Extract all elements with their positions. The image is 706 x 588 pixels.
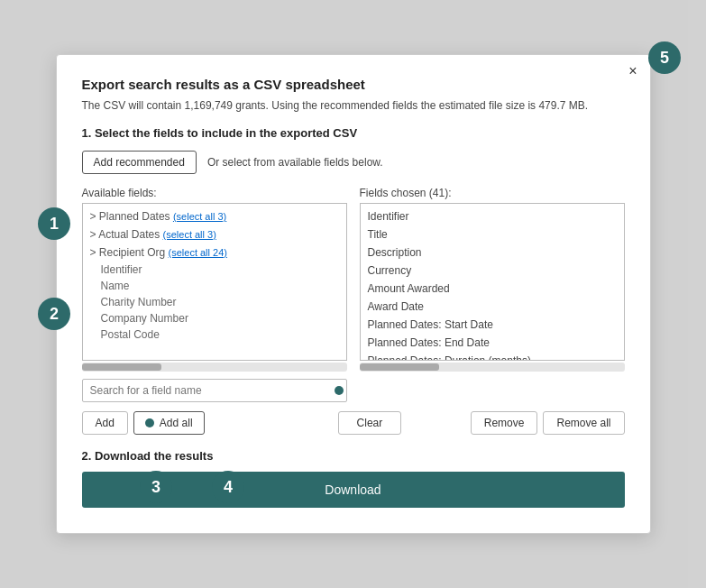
add-all-label: Add all [160,417,193,429]
step-bubble-3: 3 [140,471,172,503]
chosen-item-8[interactable]: Planned Dates: Duration (months) [361,352,624,361]
available-item-name[interactable]: Name [83,278,346,294]
available-fields-label: Available fields: [82,187,347,199]
chosen-item-3[interactable]: Currency [361,262,624,280]
available-fields-scrollbar[interactable] [82,363,347,372]
step-bubble-5: 5 [648,41,681,74]
add-all-dot [145,418,154,427]
chosen-fields-label: Fields chosen (41): [360,187,625,199]
group-recipient-org[interactable]: > Recipient Org (select all 24) [83,243,346,262]
action-row-right: Remove Remove all [471,411,625,435]
step-bubble-1: 1 [38,207,70,240]
close-button[interactable]: × [628,64,637,78]
group-planned-dates[interactable]: > Planned Dates (select all 3) [83,207,346,225]
chosen-fields-box[interactable]: Identifier Title Description Currency Am… [360,203,625,361]
available-item-postal[interactable]: Postal Code [83,326,346,343]
action-row: Add Add all Clear Remove Remove all [82,411,625,435]
chosen-item-7[interactable]: Planned Dates: End Date [361,334,624,352]
modal-title: Export search results as a CSV spreadshe… [82,77,625,92]
export-modal: × Export search results as a CSV spreads… [56,54,651,534]
section2-heading: 2. Download the results [82,449,625,463]
remove-all-button[interactable]: Remove all [543,411,624,435]
chosen-fields-scrollbar[interactable] [360,363,625,372]
step-bubble-2: 2 [38,298,70,330]
action-row-left: Add Add all [82,411,270,435]
add-button[interactable]: Add [82,411,128,435]
chosen-item-4[interactable]: Amount Awarded [361,280,624,298]
select-all-actual[interactable]: (select all 3) [163,229,216,240]
step-bubble-4: 4 [212,471,244,503]
chosen-item-5[interactable]: Award Date [361,298,624,316]
chosen-item-6[interactable]: Planned Dates: Start Date [361,316,624,334]
available-item-charity[interactable]: Charity Number [83,294,346,310]
search-indicator [335,386,344,395]
clear-spacer: Clear [276,411,463,435]
modal-overlay: 1 2 3 4 5 × Export search results as a C… [0,0,706,588]
chosen-item-2[interactable]: Description [361,243,624,262]
search-row [82,379,347,402]
remove-button[interactable]: Remove [471,411,538,435]
available-fields-box[interactable]: > Planned Dates (select all 3) > Actual … [82,203,347,361]
chosen-item-0[interactable]: Identifier [361,207,624,225]
chosen-item-1[interactable]: Title [361,225,624,243]
add-recommended-row: Add recommended Or select from available… [82,151,625,174]
fields-row: Available fields: > Planned Dates (selec… [82,187,625,402]
chosen-fields-col: Fields chosen (41): Identifier Title Des… [360,187,625,402]
add-recommended-button[interactable]: Add recommended [82,151,197,174]
available-item-company[interactable]: Company Number [83,310,346,326]
add-all-button[interactable]: Add all [133,411,205,435]
select-all-recipient[interactable]: (select all 24) [169,247,227,258]
section1-heading: 1. Select the fields to include in the e… [82,126,625,140]
or-select-text: Or select from available fields below. [207,156,383,169]
select-all-planned[interactable]: (select all 3) [173,211,226,222]
group-actual-dates[interactable]: > Actual Dates (select all 3) [83,225,346,243]
clear-button[interactable]: Clear [338,411,402,435]
available-item-identifier[interactable]: Identifier [83,262,346,278]
modal-subtitle: The CSV will contain 1,169,749 grants. U… [82,99,625,112]
available-fields-col: Available fields: > Planned Dates (selec… [82,187,347,402]
search-input[interactable] [82,379,347,402]
